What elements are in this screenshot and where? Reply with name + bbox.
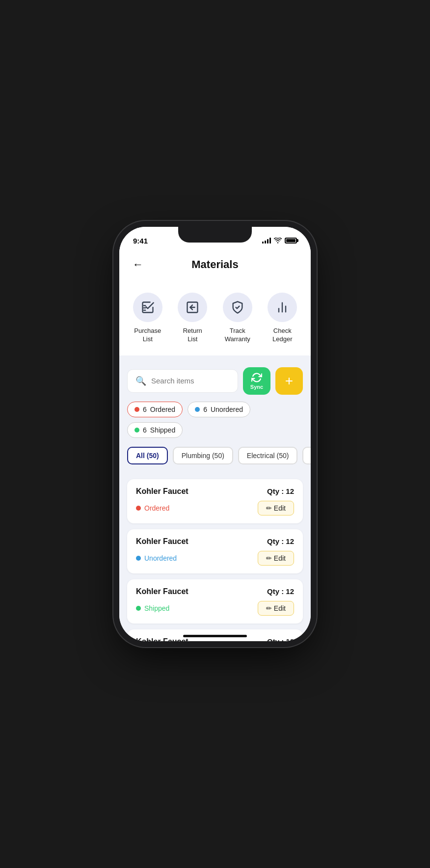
unordered-dot — [195, 407, 200, 412]
action-track-warranty[interactable]: TrackWarranty — [217, 293, 258, 344]
search-input[interactable] — [151, 377, 230, 385]
item-top-row-1: Kohler Faucet Qty : 12 — [136, 487, 294, 496]
item-qty-4: Qty : 12 — [267, 637, 294, 641]
item-top-row-4: Kohler Faucet Qty : 12 — [136, 637, 294, 641]
signal-icon — [262, 238, 271, 244]
tab-all[interactable]: All (50) — [127, 447, 168, 464]
status-icons — [262, 238, 297, 244]
unordered-label: Unordered — [211, 406, 243, 413]
action-return-list[interactable]: ReturnList — [172, 293, 214, 344]
shield-icon — [231, 300, 244, 314]
notch — [178, 227, 252, 243]
return-list-label: ReturnList — [183, 327, 202, 344]
wifi-icon — [274, 238, 282, 244]
item-top-row-3: Kohler Faucet Qty : 12 — [136, 587, 294, 596]
purchase-list-label: PurchaseList — [134, 327, 161, 344]
back-arrow-icon: ← — [133, 258, 143, 271]
item-card-1: Kohler Faucet Qty : 12 Ordered ✏ Edit — [127, 479, 303, 523]
action-check-ledger[interactable]: CheckLedger — [262, 293, 303, 344]
return-icon — [186, 300, 199, 314]
edit-button-1[interactable]: ✏ Edit — [258, 501, 294, 515]
item-qty-1: Qty : 12 — [267, 487, 294, 495]
battery-icon — [285, 238, 297, 244]
item-card-3: Kohler Faucet Qty : 12 Shipped ✏ Edit — [127, 579, 303, 624]
items-list: Kohler Faucet Qty : 12 Ordered ✏ Edit Ko… — [119, 475, 311, 641]
item-bottom-row-3: Shipped ✏ Edit — [136, 601, 294, 616]
quick-actions-section: PurchaseList ReturnList — [119, 281, 311, 355]
shipped-count: 6 — [143, 426, 147, 434]
header: ← Materials — [119, 250, 311, 281]
sync-button[interactable]: Sync — [243, 367, 270, 395]
checklist-icon — [141, 300, 155, 314]
item-name-3: Kohler Faucet — [136, 587, 188, 596]
status-time: 9:41 — [133, 237, 148, 245]
tab-electrical[interactable]: Electrical (50) — [238, 447, 298, 464]
item-status-1: Ordered — [136, 504, 169, 512]
item-status-3: Shipped — [136, 604, 169, 612]
ordered-dot — [134, 407, 139, 412]
status-dot-2 — [136, 556, 141, 561]
purchase-list-icon-circle — [133, 293, 162, 322]
pill-shipped[interactable]: 6 Shipped — [127, 422, 183, 438]
action-purchase-list[interactable]: PurchaseList — [127, 293, 168, 344]
divider-1 — [119, 355, 311, 359]
pill-ordered[interactable]: 6 Ordered — [127, 402, 183, 417]
item-card-2: Kohler Faucet Qty : 12 Unordered ✏ Edit — [127, 529, 303, 573]
sync-label: Sync — [250, 384, 263, 390]
page-title: Materials — [191, 258, 238, 271]
item-name-1: Kohler Faucet — [136, 487, 188, 496]
status-pills: 6 Ordered 6 Unordered 6 Shipped — [119, 395, 311, 445]
status-dot-3 — [136, 606, 141, 611]
ordered-label: Ordered — [150, 406, 175, 413]
edit-button-2[interactable]: ✏ Edit — [258, 551, 294, 566]
sync-icon — [251, 372, 262, 383]
item-qty-3: Qty : 12 — [267, 587, 294, 596]
unordered-count: 6 — [203, 406, 207, 413]
edit-button-3[interactable]: ✏ Edit — [258, 601, 294, 616]
pill-unordered[interactable]: 6 Unordered — [188, 402, 250, 417]
check-ledger-label: CheckLedger — [272, 327, 292, 344]
item-name-2: Kohler Faucet — [136, 537, 188, 546]
category-tabs: All (50) Plumbing (50) Electrical (50) T… — [119, 445, 311, 471]
item-qty-2: Qty : 12 — [267, 537, 294, 545]
tab-plumbing[interactable]: Plumbing (50) — [173, 447, 233, 464]
track-warranty-icon-circle — [223, 293, 252, 322]
home-indicator — [183, 635, 247, 637]
add-button[interactable]: + — [275, 367, 303, 395]
return-list-icon-circle — [178, 293, 207, 322]
item-name-4: Kohler Faucet — [136, 637, 188, 641]
quick-actions-grid: PurchaseList ReturnList — [127, 293, 303, 344]
track-warranty-label: TrackWarranty — [225, 327, 250, 344]
shipped-label: Shipped — [150, 426, 175, 434]
add-icon: + — [285, 374, 293, 388]
item-bottom-row-1: Ordered ✏ Edit — [136, 501, 294, 515]
item-status-2: Unordered — [136, 554, 177, 562]
item-top-row-2: Kohler Faucet Qty : 12 — [136, 537, 294, 546]
bar-chart-icon — [275, 300, 289, 314]
ordered-count: 6 — [143, 406, 147, 413]
tab-tools[interactable]: Tools (50) — [302, 447, 311, 464]
item-bottom-row-2: Unordered ✏ Edit — [136, 551, 294, 566]
divider-2 — [119, 471, 311, 475]
search-icon: 🔍 — [135, 376, 146, 386]
shipped-dot — [134, 428, 139, 433]
search-bar[interactable]: 🔍 — [127, 369, 238, 393]
check-ledger-icon-circle — [268, 293, 297, 322]
back-button[interactable]: ← — [129, 256, 147, 273]
phone-frame: 9:41 ← Materials — [119, 227, 311, 641]
status-dot-1 — [136, 506, 141, 511]
search-row: 🔍 Sync + — [119, 359, 311, 395]
screen: ← Materials PurchaseL — [119, 250, 311, 641]
